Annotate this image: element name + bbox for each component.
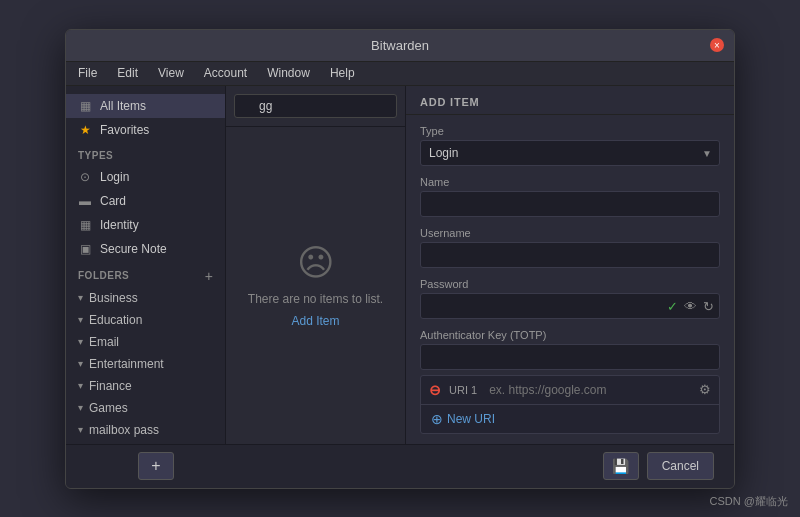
titlebar: Bitwarden ×	[66, 30, 734, 62]
uri-input[interactable]	[489, 383, 691, 397]
folders-label: FOLDERS	[78, 270, 129, 281]
folder-finance[interactable]: ▾ Finance	[66, 375, 225, 397]
card-icon: ▬	[78, 194, 92, 208]
save-button[interactable]: 💾	[603, 452, 639, 480]
folder-games[interactable]: ▾ Games	[66, 397, 225, 419]
bitwarden-window: Bitwarden × File Edit View Account Windo…	[65, 29, 735, 489]
sidebar-item-all-items[interactable]: ▦ All Items	[66, 94, 225, 118]
uri-row: ⊖ URI 1 ⚙	[421, 376, 719, 404]
bottom-right: 💾 Cancel	[236, 452, 724, 480]
type-label: Type	[420, 125, 720, 137]
form-area: Type Login Card Identity Secure Note ▼	[406, 115, 734, 375]
password-generate-icon[interactable]: ↻	[703, 298, 714, 313]
password-input-wrapper: ✓ 👁 ↻	[420, 293, 720, 319]
bottom-bar: + 💾 Cancel	[66, 444, 734, 488]
name-form-group: Name	[420, 176, 720, 217]
menu-file[interactable]: File	[74, 64, 101, 82]
uri-settings-icon[interactable]: ⚙	[699, 382, 711, 397]
name-label: Name	[420, 176, 720, 188]
folder-arrow-icon: ▾	[78, 292, 83, 303]
uri-remove-button[interactable]: ⊖	[429, 382, 441, 398]
window-title: Bitwarden	[371, 38, 429, 53]
add-folder-button[interactable]: +	[205, 269, 213, 283]
type-select-wrapper: Login Card Identity Secure Note ▼	[420, 140, 720, 166]
username-input[interactable]	[420, 242, 720, 268]
folder-business[interactable]: ▾ Business	[66, 287, 225, 309]
bottom-left: +	[76, 452, 236, 480]
totp-form-group: Authenticator Key (TOTP)	[420, 329, 720, 370]
menu-help[interactable]: Help	[326, 64, 359, 82]
folder-email[interactable]: ▾ Email	[66, 331, 225, 353]
close-button[interactable]: ×	[710, 38, 724, 52]
menu-view[interactable]: View	[154, 64, 188, 82]
name-input[interactable]	[420, 191, 720, 217]
menubar: File Edit View Account Window Help	[66, 62, 734, 86]
password-label: Password	[420, 278, 720, 290]
sad-face-icon: ☹	[297, 242, 335, 284]
secure-note-icon: ▣	[78, 242, 92, 256]
sidebar-item-secure-note[interactable]: ▣ Secure Note	[66, 237, 225, 261]
sidebar-item-card[interactable]: ▬ Card	[66, 189, 225, 213]
menu-account[interactable]: Account	[200, 64, 251, 82]
search-bar: 🔍	[226, 86, 405, 127]
add-item-panel: ADD ITEM Type Login Card Identity Secure…	[406, 86, 734, 444]
folder-arrow-icon: ▾	[78, 358, 83, 369]
add-large-button[interactable]: +	[138, 452, 174, 480]
main-content: ▦ All Items ★ Favorites TYPES ⊙ Login ▬ …	[66, 86, 734, 444]
uri-label: URI 1	[449, 384, 477, 396]
totp-input[interactable]	[420, 344, 720, 370]
folders-section-header: FOLDERS +	[66, 261, 225, 287]
add-item-link[interactable]: Add Item	[291, 314, 339, 328]
empty-state-text: There are no items to list.	[248, 292, 383, 306]
star-icon: ★	[78, 123, 92, 137]
items-list-panel: 🔍 ☹ There are no items to list. Add Item	[226, 86, 406, 444]
menu-window[interactable]: Window	[263, 64, 314, 82]
folder-arrow-icon: ▾	[78, 380, 83, 391]
type-form-group: Type Login Card Identity Secure Note ▼	[420, 125, 720, 166]
cancel-button[interactable]: Cancel	[647, 452, 714, 480]
folder-mailbox-pass[interactable]: ▾ mailbox pass	[66, 419, 225, 441]
new-uri-button[interactable]: ⊕ New URI	[421, 404, 719, 433]
folder-arrow-icon: ▾	[78, 336, 83, 347]
add-item-header: ADD ITEM	[406, 86, 734, 115]
search-wrapper: 🔍	[234, 94, 397, 118]
login-icon: ⊙	[78, 170, 92, 184]
desktop-background: Bitwarden × File Edit View Account Windo…	[0, 0, 800, 517]
uri-section: ⊖ URI 1 ⚙ ⊕ New URI	[420, 375, 720, 434]
folder-education[interactable]: ▾ Education	[66, 309, 225, 331]
username-label: Username	[420, 227, 720, 239]
identity-icon: ▦	[78, 218, 92, 232]
type-select[interactable]: Login Card Identity Secure Note	[420, 140, 720, 166]
username-form-group: Username	[420, 227, 720, 268]
save-icon: 💾	[612, 458, 629, 474]
sidebar-item-login[interactable]: ⊙ Login	[66, 165, 225, 189]
folder-arrow-icon: ▾	[78, 424, 83, 435]
password-eye-icon[interactable]: 👁	[684, 298, 697, 313]
sidebar-item-favorites[interactable]: ★ Favorites	[66, 118, 225, 142]
password-form-group: Password ✓ 👁 ↻	[420, 278, 720, 319]
folder-arrow-icon: ▾	[78, 402, 83, 413]
totp-label: Authenticator Key (TOTP)	[420, 329, 720, 341]
types-section-label: TYPES	[66, 142, 225, 165]
menu-edit[interactable]: Edit	[113, 64, 142, 82]
folder-entertainment[interactable]: ▾ Entertainment	[66, 353, 225, 375]
new-uri-plus-icon: ⊕	[431, 411, 443, 427]
grid-icon: ▦	[78, 99, 92, 113]
password-icons: ✓ 👁 ↻	[667, 298, 714, 313]
password-check-icon[interactable]: ✓	[667, 298, 678, 313]
empty-state: ☹ There are no items to list. Add Item	[226, 127, 405, 444]
sidebar-item-identity[interactable]: ▦ Identity	[66, 213, 225, 237]
folder-arrow-icon: ▾	[78, 314, 83, 325]
watermark: CSDN @耀临光	[710, 494, 788, 509]
search-input[interactable]	[234, 94, 397, 118]
sidebar: ▦ All Items ★ Favorites TYPES ⊙ Login ▬ …	[66, 86, 226, 444]
